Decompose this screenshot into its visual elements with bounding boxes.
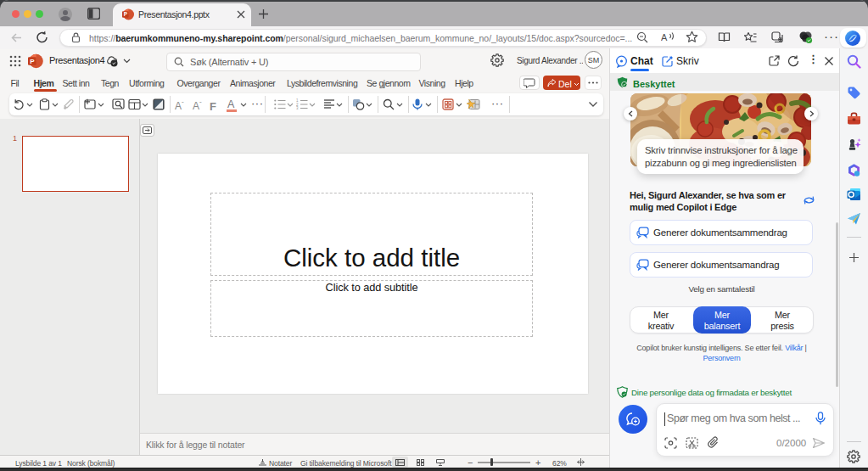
svg-text:P: P bbox=[30, 58, 35, 65]
svg-text:A: A bbox=[661, 32, 668, 42]
svg-text:3: 3 bbox=[296, 106, 299, 110]
svg-text:P: P bbox=[124, 11, 128, 17]
